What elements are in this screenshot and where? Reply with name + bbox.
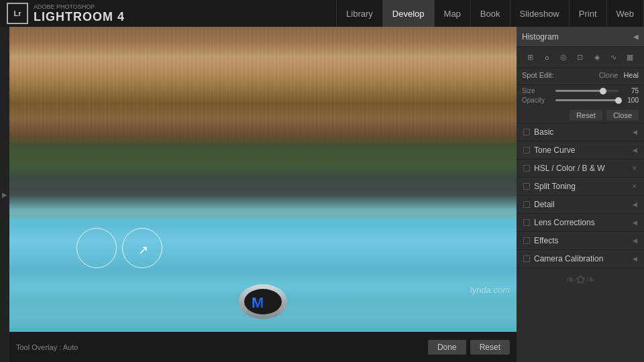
lens-toggle[interactable] xyxy=(523,219,530,226)
panel-camera-calibration[interactable]: Camera Calibration ◀ xyxy=(517,250,644,268)
eye-tool-icon[interactable]: ◈ xyxy=(590,51,604,64)
tone-curve-label: Tone Curve xyxy=(534,145,575,155)
spot-circle-source[interactable] xyxy=(76,228,117,268)
done-button[interactable]: Done xyxy=(428,340,466,355)
nav-develop[interactable]: Develop xyxy=(383,0,435,27)
circle-tool-icon[interactable]: ○ xyxy=(540,51,553,64)
clone-heal-options: Clone Heal xyxy=(599,71,639,79)
right-panel: Histogram ◀ ⊞ ○ ◎ ⊡ ◈ ∿ ▦ Spot Edit: Clo… xyxy=(517,27,644,362)
cursor-icon: ↗ xyxy=(138,243,148,257)
photo-canvas: ↗ lynda.com xyxy=(9,27,517,332)
detail-toggle[interactable] xyxy=(523,201,530,208)
opacity-slider-row: Opacity 100 xyxy=(522,97,639,104)
size-slider-track[interactable] xyxy=(555,90,619,92)
size-slider-thumb[interactable] xyxy=(600,88,606,95)
header: Lr ADOBE PHOTOSHOP LIGHTROOM 4 Library D… xyxy=(0,0,644,27)
size-slider-row: Size 75 xyxy=(522,87,639,95)
basic-arrow-icon: ◀ xyxy=(633,129,637,135)
basic-toggle[interactable] xyxy=(523,129,530,135)
photo-watermark: lynda.com xyxy=(470,285,510,295)
app-title: LIGHTROOM 4 xyxy=(34,10,125,24)
camera-toggle[interactable] xyxy=(523,255,530,262)
nav-map[interactable]: Map xyxy=(435,0,471,27)
app-title-area: ADOBE PHOTOSHOP LIGHTROOM 4 xyxy=(34,3,125,24)
lr-badge-text: Lr xyxy=(14,9,21,17)
nav-library[interactable]: Library xyxy=(336,0,383,27)
hsl-toggle[interactable] xyxy=(523,165,530,172)
spot-edit-row: Spot Edit: Clone Heal xyxy=(517,68,644,85)
mc-logo: M xyxy=(236,282,290,322)
panel-effects[interactable]: Effects ◀ xyxy=(517,232,644,250)
logo-area: Lr ADOBE PHOTOSHOP LIGHTROOM 4 xyxy=(0,3,148,24)
effects-toggle[interactable] xyxy=(523,237,530,244)
detail-arrow-icon: ◀ xyxy=(633,201,637,208)
histogram-label: Histogram xyxy=(522,32,559,42)
sliders-area: Size 75 Opacity 100 xyxy=(517,85,644,108)
tool-overlay-label: Tool Overlay : Auto xyxy=(16,343,78,351)
tone-toggle[interactable] xyxy=(523,147,530,154)
split-arrow-icon: ✕ xyxy=(632,183,637,190)
panel-camera-left: Camera Calibration xyxy=(523,254,603,263)
crop-tool-icon[interactable]: ⊡ xyxy=(574,51,587,64)
panel-effects-left: Effects xyxy=(523,236,558,245)
reflection-area xyxy=(9,143,517,219)
opacity-slider-thumb[interactable] xyxy=(615,97,622,104)
panel-split-toning[interactable]: Split Toning ✕ xyxy=(517,178,644,196)
lens-arrow-icon: ◀ xyxy=(633,219,637,226)
tool-icons-row: ⊞ ○ ◎ ⊡ ◈ ∿ ▦ xyxy=(517,47,644,68)
camera-arrow-icon: ◀ xyxy=(633,255,637,262)
basic-label: Basic xyxy=(534,127,553,137)
reset-close-row: Reset Close xyxy=(517,108,644,123)
nav-web[interactable]: Web xyxy=(607,0,645,27)
panel-hsl-left: HSL / Color / B & W xyxy=(523,164,605,173)
clone-option[interactable]: Clone xyxy=(599,71,619,79)
split-toggle[interactable] xyxy=(523,183,530,190)
panel-basic[interactable]: Basic ◀ xyxy=(517,123,644,141)
opacity-slider-track[interactable] xyxy=(555,99,619,101)
main-area: ▶ ↗ lynda.com xyxy=(0,27,644,362)
histogram-bar[interactable]: Histogram ◀ xyxy=(517,27,644,47)
svg-text:M: M xyxy=(252,294,264,311)
panel-basic-left: Basic xyxy=(523,127,553,137)
adobe-ps-label: ADOBE PHOTOSHOP xyxy=(34,3,125,10)
split-toning-label: Split Toning xyxy=(534,182,576,191)
panel-tone-curve[interactable]: Tone Curve ◀ xyxy=(517,141,644,160)
size-value: 75 xyxy=(622,87,639,95)
panel-split-left: Split Toning xyxy=(523,182,576,191)
nav-bar: Library Develop Map Book Slideshow Print… xyxy=(336,0,644,27)
grad-tool-icon[interactable]: ▦ xyxy=(623,51,637,64)
nav-book[interactable]: Book xyxy=(471,0,511,27)
grid-tool-icon[interactable]: ⊞ xyxy=(523,51,537,64)
target-tool-icon[interactable]: ◎ xyxy=(557,51,570,64)
panel-lens-left: Lens Corrections xyxy=(523,218,595,227)
photo-area[interactable]: ↗ lynda.com xyxy=(9,27,517,362)
brush-tool-icon[interactable]: ∿ xyxy=(607,51,621,64)
panel-detail-left: Detail xyxy=(523,200,555,209)
hsl-label: HSL / Color / B & W xyxy=(534,164,605,173)
nav-slideshow[interactable]: Slideshow xyxy=(511,0,570,27)
effects-label: Effects xyxy=(534,236,558,245)
nav-print[interactable]: Print xyxy=(570,0,607,27)
histogram-collapse-icon[interactable]: ◀ xyxy=(633,33,639,40)
opacity-value: 100 xyxy=(622,97,639,104)
lr-badge: Lr xyxy=(7,3,28,24)
panel-hsl[interactable]: HSL / Color / B & W ✕ xyxy=(517,160,644,178)
camera-label: Camera Calibration xyxy=(534,254,603,263)
spot-edit-label: Spot Edit: xyxy=(522,71,554,79)
lens-label: Lens Corrections xyxy=(534,218,595,227)
reset-panel-button[interactable]: Reset xyxy=(570,110,602,121)
left-filmstrip: ▶ xyxy=(0,27,9,362)
size-slider-fill xyxy=(555,90,603,92)
close-panel-button[interactable]: Close xyxy=(606,110,639,121)
panel-lens-corrections[interactable]: Lens Corrections ◀ xyxy=(517,214,644,232)
effects-arrow-icon: ◀ xyxy=(633,237,637,244)
bottom-reset-button[interactable]: Reset xyxy=(470,340,510,355)
left-arrow-icon[interactable]: ▶ xyxy=(2,191,7,198)
panel-detail[interactable]: Detail ◀ xyxy=(517,196,644,214)
size-label: Size xyxy=(522,87,552,95)
opacity-slider-fill xyxy=(555,99,619,101)
watermark-logo-area: M xyxy=(236,282,290,322)
heal-option[interactable]: Heal xyxy=(623,71,639,79)
opacity-label: Opacity xyxy=(522,97,552,104)
decorative-divider: ❧✿❧ xyxy=(517,268,644,291)
